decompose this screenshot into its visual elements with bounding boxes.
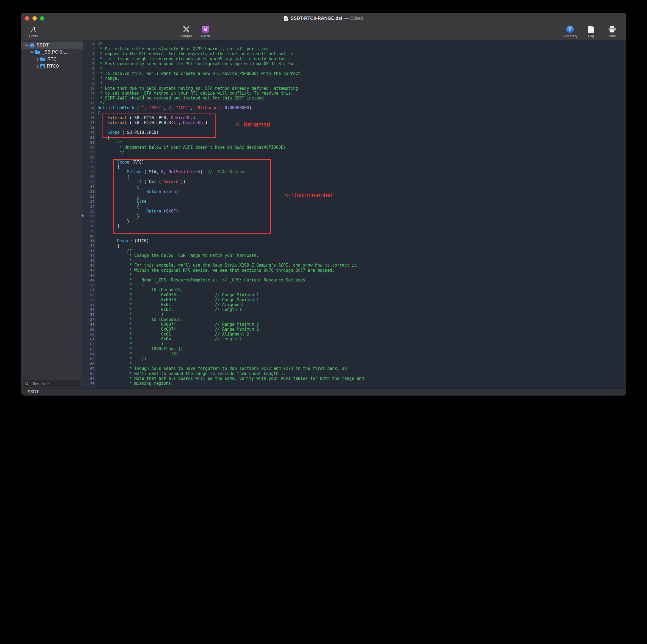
- code-line[interactable]: }: [98, 224, 626, 229]
- code-line[interactable]: * 0x02, // Length 1: [98, 307, 626, 312]
- code-line[interactable]: * Note that due to AWAC systems having a…: [98, 86, 626, 91]
- code-lines[interactable]: /* * On certain motherboards(mainly Asus…: [96, 40, 626, 389]
- close-button[interactable]: [25, 16, 29, 20]
- code-line[interactable]: * 0x04, // Length 2: [98, 337, 626, 341]
- code-line[interactable]: * To resolve this, we'll want to create …: [98, 71, 626, 76]
- code-line[interactable]: Scope (_SB.PCI0.LPC0): [98, 130, 626, 135]
- code-line[interactable]: *: [98, 258, 626, 263]
- code-token[interactable]: "ACDT": [176, 105, 191, 110]
- code-line[interactable]: * Name (_CRS, ResourceTemplate () // _CR…: [98, 278, 626, 283]
- zoom-button[interactable]: [40, 16, 44, 20]
- code-token[interactable]: * {8}: [98, 351, 178, 356]
- code-token[interactable]: Return: [98, 189, 161, 194]
- chevron-down-icon[interactable]: ❯: [30, 50, 34, 55]
- code-token[interactable]: }: [98, 194, 139, 199]
- code-line[interactable]: * On certain motherboards(mainly Asus X2…: [98, 47, 626, 51]
- code-token[interactable]: * For this example, we'll use the Asus S…: [98, 263, 359, 268]
- code-line[interactable]: {: [98, 174, 626, 179]
- code-token[interactable]: * 0x02, // Length 1: [98, 307, 242, 312]
- code-token[interactable]: ,: [171, 105, 176, 110]
- minimize-button[interactable]: [32, 16, 37, 20]
- code-token[interactable]: ): [176, 189, 178, 194]
- code-token[interactable]: External: [98, 115, 127, 120]
- code-token[interactable]: Return: [98, 209, 161, 214]
- code-token[interactable]: }: [98, 214, 139, 219]
- code-token[interactable]: {: [98, 165, 120, 169]
- code-line[interactable]: Else: [98, 199, 626, 204]
- code-token[interactable]: * mapped in the RTC device. For the majo…: [98, 51, 293, 56]
- code-token[interactable]: * Within the original RTC device, we see…: [98, 268, 335, 273]
- code-line[interactable]: {: [98, 204, 626, 209]
- code-line[interactable]: * Most prominently seen around the PCI C…: [98, 61, 626, 66]
- code-token[interactable]: ): [193, 115, 195, 120]
- code-line[interactable]: * ): [98, 312, 626, 317]
- code-line[interactable]: */: [98, 100, 626, 105]
- code-token[interactable]: * Though Asus seems to have forgotten to…: [98, 366, 347, 371]
- chevron-right-icon[interactable]: ❯: [35, 57, 40, 61]
- code-token[interactable]: }: [98, 219, 129, 224]
- code-token[interactable]: (: [161, 189, 166, 194]
- code-line[interactable]: * Change the below _CSR range to match y…: [98, 253, 626, 258]
- code-token[interactable]: DeviceObj: [183, 120, 205, 125]
- code-token[interactable]: * 0x01, // Alignment 1: [98, 302, 249, 307]
- code-token[interactable]: /*: [98, 42, 102, 47]
- code-token[interactable]: * range.: [98, 76, 120, 81]
- code-line[interactable]: * IO (Decode16,: [98, 288, 626, 292]
- code-line[interactable]: * }): [98, 356, 626, 361]
- code-token[interactable]: (RTC): [129, 160, 144, 165]
- summary-button[interactable]: i Summary: [562, 24, 578, 38]
- code-line[interactable]: Return (0x0F): [98, 209, 626, 214]
- code-line[interactable]: * 0x01, // Alignment 2: [98, 332, 626, 337]
- code-token[interactable]: * 0x0074, // Range Minimum 2: [98, 322, 259, 327]
- code-token[interactable]: /*: [98, 140, 122, 145]
- code-token[interactable]: *: [98, 66, 102, 71]
- code-line[interactable]: {: [98, 165, 626, 169]
- code-line[interactable]: /*: [98, 248, 626, 253]
- code-token[interactable]: */: [98, 100, 105, 105]
- code-line[interactable]: [98, 155, 626, 160]
- code-token[interactable]: 0x0F: [166, 209, 176, 214]
- code-token[interactable]: (_SB.PCI0.LPC0): [120, 130, 159, 135]
- code-token[interactable]: (RTC0): [132, 238, 149, 243]
- code-line[interactable]: * we'll want to expand the range to incl…: [98, 371, 626, 376]
- log-button[interactable]: Log: [583, 24, 599, 38]
- code-token[interactable]: DeviceObj: [171, 115, 193, 120]
- code-token[interactable]: {: [98, 135, 110, 140]
- code-token[interactable]: *: [98, 361, 132, 366]
- code-line[interactable]: {: [98, 110, 626, 115]
- code-line[interactable]: [98, 125, 626, 130]
- code-token[interactable]: ): [249, 105, 251, 110]
- code-line[interactable]: *: [98, 66, 626, 71]
- code-token[interactable]: "Darwin": [161, 179, 181, 184]
- code-token[interactable]: (_SB_.PCI0.LPC0,: [127, 115, 171, 120]
- code-line[interactable]: * ): [98, 341, 626, 346]
- code-line[interactable]: {: [98, 243, 626, 248]
- code-line[interactable]: * {: [98, 283, 626, 288]
- code-line[interactable]: * 0x0074, // Range Minimum 2: [98, 322, 626, 327]
- code-line[interactable]: * Uncomment below if your ACPI doesn't h…: [98, 145, 626, 150]
- code-token[interactable]: * IRQNoFlags (): [98, 347, 183, 351]
- code-line[interactable]: * 0x0074, // Range Maximum 2: [98, 327, 626, 332]
- tree-item-rtc[interactable]: ❯ RTC: [21, 56, 83, 63]
- code-token[interactable]: * Most prominently seen around the PCI C…: [98, 61, 298, 66]
- code-token[interactable]: "SSDT": [149, 105, 164, 110]
- code-token[interactable]: Zero: [166, 189, 176, 194]
- code-line[interactable]: Device (RTC0): [98, 238, 626, 243]
- chevron-down-icon[interactable]: ❯: [25, 43, 29, 48]
- code-token[interactable]: * SSDT-AWAC should be removed and instea…: [98, 96, 266, 100]
- code-token[interactable]: * Uncomment below if your ACPI doesn't h…: [98, 145, 286, 150]
- code-token[interactable]: ,: [144, 105, 149, 110]
- code-token[interactable]: (: [161, 209, 166, 214]
- tree-item-sb-pci0[interactable]: ❯ _SB.PCI0.L...: [21, 49, 83, 56]
- code-token[interactable]: * On certain motherboards(mainly Asus X2…: [98, 47, 269, 51]
- code-token[interactable]: "": [139, 105, 144, 110]
- code-line[interactable]: * IO (Decode16,: [98, 317, 626, 322]
- code-line[interactable]: /*: [98, 42, 626, 47]
- code-line[interactable]: * For this example, we'll use the Asus S…: [98, 263, 626, 268]
- code-token[interactable]: * 0x0070, // Range Maximum 1: [98, 297, 259, 302]
- code-line[interactable]: External (_SB_.PCI0.LPC0.RTC_, DeviceObj…: [98, 120, 626, 125]
- code-line[interactable]: External (_SB_.PCI0.LPC0, DeviceObj): [98, 115, 626, 120]
- code-token[interactable]: Scope: [98, 160, 129, 165]
- code-token[interactable]: * Change the below _CSR range to match y…: [98, 253, 259, 258]
- code-token[interactable]: /*: [98, 248, 132, 253]
